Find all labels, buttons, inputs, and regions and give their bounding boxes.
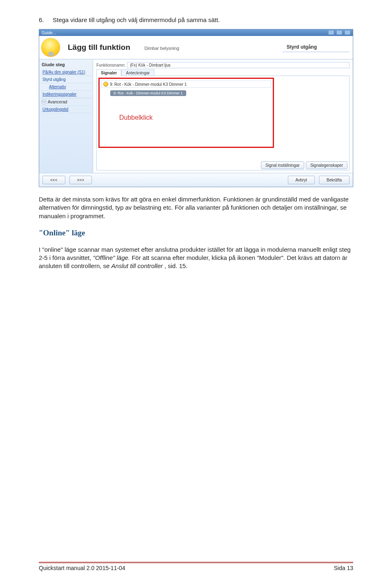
signal-properties-button[interactable]: Signalegenskaper (306, 161, 347, 169)
wizard-title-group: Lägg till funktion Dimbar belysning (68, 43, 179, 52)
sidebar-advanced-toggle[interactable]: Avancerad (41, 98, 91, 106)
signal-tag[interactable]: 9: Rot - Kök - Dimmer-modul K3 Dimmer 1 (110, 90, 186, 96)
p2-offline-ref: "Offline" läge. (93, 254, 130, 261)
signal-item-text: 9: Rot - Kök - Dimmer-modul K3 Dimmer 1 (110, 82, 187, 87)
panel-buttons: Signal inställningar Signalegenskaper (261, 161, 347, 169)
dimmer-icon (103, 82, 108, 87)
heading-online-mode: "Online" läge (39, 228, 353, 237)
wizard-sidebar: Giude steg På/Av dim signaler (S1) Styrd… (39, 60, 93, 173)
instruction-line: 6. Stega vidare till utgång och välj dim… (39, 16, 353, 23)
wizard-footer: <<< >>> Avbryt Bekräfta (39, 173, 353, 187)
tab-signaler[interactable]: Signaler (96, 69, 121, 76)
window-titlebar: Guide... (39, 29, 353, 36)
confirm-button[interactable]: Bekräfta (319, 176, 350, 184)
signals-panel: 9: Rot - Kök - Dimmer-modul K3 Dimmer 1 … (96, 76, 350, 170)
signal-settings-button[interactable]: Signal inställningar (261, 161, 304, 169)
p2-anslut-ref: Anslut till controller (111, 262, 163, 269)
sidebar-heading: Giude steg (41, 62, 91, 67)
step-name: Styrd utgång (283, 42, 350, 52)
chevron-down-icon (42, 100, 46, 104)
forward-button[interactable]: >>> (69, 176, 92, 184)
annotation-dubbelklick: Dubbelklick (119, 114, 153, 121)
tab-bar: Signaler Anteckningar (96, 69, 350, 76)
tab-anteckningar[interactable]: Anteckningar (121, 69, 154, 76)
footer-left: Quickstart manual 2.0 2015-11-04 (39, 565, 125, 571)
function-name-row: Funktionsnamn: (Fx) Kök - Dimbart ljus (96, 62, 350, 68)
annotation-redbox: 9: Rot - Kök - Dimmer-modul K3 Dimmer 1 … (98, 78, 274, 148)
close-icon[interactable] (345, 30, 350, 35)
instruction-number: 6. (39, 16, 53, 23)
step-indicator: Styrd utgång (283, 42, 350, 52)
sidebar-step-indication[interactable]: Indikeringssignaler (41, 91, 91, 98)
wizard-subtitle: Dimbar belysning (145, 46, 179, 51)
function-name-input[interactable]: (Fx) Kök - Dimbart ljus (127, 62, 350, 68)
sidebar-advanced-label: Avancerad (48, 100, 67, 104)
paragraph-basic: Detta är det minsta som krävs för att gö… (39, 195, 353, 220)
cancel-button[interactable]: Avbryt (288, 176, 315, 184)
function-name-label: Funktionsnamn: (96, 63, 125, 67)
window-title: Guide... (42, 31, 56, 35)
sidebar-step-alternativ[interactable]: Alternativ (41, 83, 91, 91)
wizard-main: Funktionsnamn: (Fx) Kök - Dimbart ljus S… (93, 60, 353, 173)
back-button[interactable]: <<< (42, 176, 65, 184)
lightbulb-icon (41, 38, 60, 57)
window-controls (327, 30, 350, 36)
p2-end: , sid. 15. (165, 262, 188, 269)
signal-item[interactable]: 9: Rot - Kök - Dimmer-modul K3 Dimmer 1 (101, 81, 271, 88)
sidebar-step-signals[interactable]: På/Av dim signaler (S1) (41, 69, 91, 76)
maximize-icon[interactable] (336, 30, 342, 35)
signal-tag-row: 9: Rot - Kök - Dimmer-modul K3 Dimmer 1 (110, 90, 271, 96)
instruction-text: Stega vidare till utgång och välj dimmer… (53, 16, 220, 23)
wizard-title: Lägg till funktion (68, 43, 130, 51)
guide-window: Guide... Lägg till funktion Dimbar belys… (39, 29, 353, 187)
sidebar-step-urkoppling[interactable]: Urkopplingstid (41, 106, 91, 113)
page-footer: Quickstart manual 2.0 2015-11-04 Sida 13 (39, 562, 353, 571)
wizard-header: Lägg till funktion Dimbar belysning Styr… (39, 36, 353, 60)
sidebar-step-output[interactable]: Styrd utgång (41, 76, 91, 83)
minimize-icon[interactable] (328, 30, 334, 35)
paragraph-online: I "online" läge scannar man systemet eft… (39, 246, 353, 271)
footer-right: Sida 13 (334, 565, 353, 571)
embedded-screenshot: Guide... Lägg till funktion Dimbar belys… (39, 29, 353, 187)
